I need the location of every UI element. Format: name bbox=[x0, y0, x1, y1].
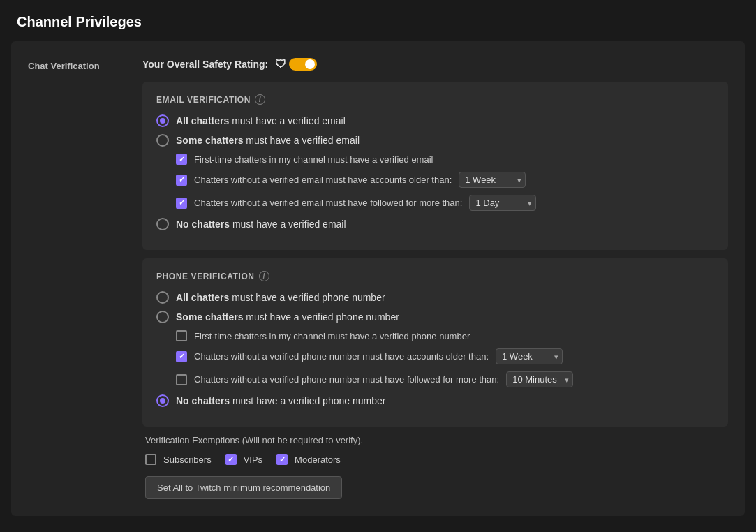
exemptions-title: Verification Exemptions (Will not be req… bbox=[145, 435, 725, 445]
checkbox-subscribers-label: Subscribers bbox=[163, 455, 212, 465]
account-age-email-select[interactable]: 10 Minutes 30 Minutes 1 Hour 1 Day 1 Wee… bbox=[459, 172, 526, 188]
checkbox-first-time-phone-label: First-time chatters in my channel must h… bbox=[194, 331, 470, 341]
radio-some-email-circle bbox=[156, 134, 169, 147]
checkbox-moderators-box bbox=[276, 454, 288, 465]
checkbox-account-age-email[interactable]: Chatters without a verified email must h… bbox=[176, 172, 714, 188]
safety-rating-label: Your Overall Safety Rating: bbox=[142, 59, 268, 70]
radio-all-phone-label: All chatters must have a verified phone … bbox=[176, 292, 385, 303]
email-sub-options: First-time chatters in my channel must h… bbox=[176, 154, 714, 211]
checkbox-first-time-phone[interactable]: First-time chatters in my channel must h… bbox=[176, 330, 714, 341]
main-content: Chat Verification Your Overall Safety Ra… bbox=[11, 41, 745, 516]
checkbox-follow-age-email-box bbox=[176, 198, 187, 209]
toggle-thumb bbox=[305, 59, 315, 69]
checkbox-account-age-phone[interactable]: Chatters without a verified phone number… bbox=[176, 348, 714, 364]
phone-help-icon[interactable]: i bbox=[259, 271, 269, 281]
checkbox-vips-box bbox=[225, 454, 237, 465]
follow-age-email-select-wrapper: 10 Minutes 30 Minutes 1 Hour 1 Day 1 Wee… bbox=[469, 195, 536, 211]
radio-all-phone[interactable]: All chatters must have a verified phone … bbox=[156, 291, 714, 304]
radio-no-phone-label: No chatters must have a verified phone n… bbox=[176, 395, 385, 406]
checkbox-first-time-email[interactable]: First-time chatters in my channel must h… bbox=[176, 154, 714, 165]
checkbox-vips-label: VIPs bbox=[244, 455, 262, 465]
safety-toggle[interactable]: 🛡 bbox=[275, 58, 317, 71]
exemptions-checkboxes: Subscribers VIPs Moderators bbox=[145, 454, 725, 465]
chat-verification-section: Chat Verification Your Overall Safety Ra… bbox=[28, 58, 728, 499]
twitch-recommendation-button[interactable]: Set All to Twitch minimum recommendation bbox=[145, 476, 342, 499]
exemptions-section: Verification Exemptions (Will not be req… bbox=[142, 435, 728, 499]
radio-no-email[interactable]: No chatters must have a verified email bbox=[156, 218, 714, 230]
checkbox-account-age-phone-box bbox=[176, 351, 187, 362]
radio-some-phone[interactable]: Some chatters must have a verified phone… bbox=[156, 311, 714, 323]
checkbox-subscribers-box bbox=[145, 454, 156, 465]
checkbox-account-age-email-box bbox=[176, 175, 187, 186]
checkbox-account-age-phone-label: Chatters without a verified phone number… bbox=[194, 351, 489, 362]
checkbox-moderators[interactable]: Moderators bbox=[276, 454, 341, 465]
account-age-email-select-wrapper: 10 Minutes 30 Minutes 1 Hour 1 Day 1 Wee… bbox=[459, 172, 526, 188]
checkbox-follow-age-phone-label: Chatters without a verified phone number… bbox=[194, 374, 499, 385]
checkbox-vips[interactable]: VIPs bbox=[225, 454, 262, 465]
checkbox-subscribers[interactable]: Subscribers bbox=[145, 454, 212, 465]
checkbox-account-age-email-label: Chatters without a verified email must h… bbox=[194, 175, 452, 185]
radio-no-email-label: No chatters must have a verified email bbox=[176, 219, 346, 230]
checkbox-follow-age-email-label: Chatters without a verified email must h… bbox=[194, 198, 462, 208]
email-verification-title: EMAIL VERIFICATION i bbox=[156, 94, 714, 105]
checkbox-first-time-email-box bbox=[176, 154, 187, 165]
radio-some-phone-label: Some chatters must have a verified phone… bbox=[176, 311, 399, 323]
phone-sub-options: First-time chatters in my channel must h… bbox=[176, 330, 714, 387]
email-help-icon[interactable]: i bbox=[255, 94, 265, 105]
phone-verification-box: PHONE VERIFICATION i All chatters must h… bbox=[142, 258, 728, 427]
radio-all-email-label: All chatters must have a verified email bbox=[176, 115, 346, 126]
checkbox-follow-age-phone[interactable]: Chatters without a verified phone number… bbox=[176, 371, 714, 387]
section-label: Chat Verification bbox=[28, 58, 126, 499]
radio-some-email[interactable]: Some chatters must have a verified email bbox=[156, 134, 714, 147]
radio-no-phone-circle bbox=[156, 394, 169, 407]
radio-all-email[interactable]: All chatters must have a verified email bbox=[156, 114, 714, 127]
account-age-phone-select[interactable]: 10 Minutes 30 Minutes 1 Hour 1 Day 1 Wee… bbox=[496, 348, 563, 364]
account-age-phone-select-wrapper: 10 Minutes 30 Minutes 1 Hour 1 Day 1 Wee… bbox=[496, 348, 563, 364]
checkbox-first-time-email-label: First-time chatters in my channel must h… bbox=[194, 154, 433, 165]
safety-rating-row: Your Overall Safety Rating: 🛡 bbox=[142, 58, 728, 71]
toggle-track[interactable] bbox=[289, 58, 317, 71]
page-title: Channel Privileges bbox=[0, 0, 756, 41]
follow-age-email-select[interactable]: 10 Minutes 30 Minutes 1 Hour 1 Day 1 Wee… bbox=[469, 195, 536, 211]
page-header: Channel Privileges bbox=[0, 0, 756, 41]
follow-age-phone-select-wrapper: 10 Minutes 30 Minutes 1 Hour 1 Day 1 Wee… bbox=[506, 371, 573, 387]
email-verification-box: EMAIL VERIFICATION i All chatters must h… bbox=[142, 82, 728, 250]
checkbox-first-time-phone-box bbox=[176, 330, 187, 341]
checkbox-follow-age-phone-box bbox=[176, 374, 187, 385]
checkbox-moderators-label: Moderators bbox=[295, 455, 341, 465]
shield-icon: 🛡 bbox=[275, 58, 286, 71]
follow-age-phone-select[interactable]: 10 Minutes 30 Minutes 1 Hour 1 Day 1 Wee… bbox=[506, 371, 573, 387]
phone-verification-title: PHONE VERIFICATION i bbox=[156, 271, 714, 281]
radio-no-phone[interactable]: No chatters must have a verified phone n… bbox=[156, 394, 714, 407]
checkbox-follow-age-email[interactable]: Chatters without a verified email must h… bbox=[176, 195, 714, 211]
radio-some-email-label: Some chatters must have a verified email bbox=[176, 135, 360, 146]
radio-some-phone-circle bbox=[156, 311, 169, 323]
section-content: Your Overall Safety Rating: 🛡 EMAIL VERI… bbox=[142, 58, 728, 499]
radio-all-email-circle bbox=[156, 114, 169, 127]
radio-all-phone-circle bbox=[156, 291, 169, 304]
radio-no-email-circle bbox=[156, 218, 169, 230]
